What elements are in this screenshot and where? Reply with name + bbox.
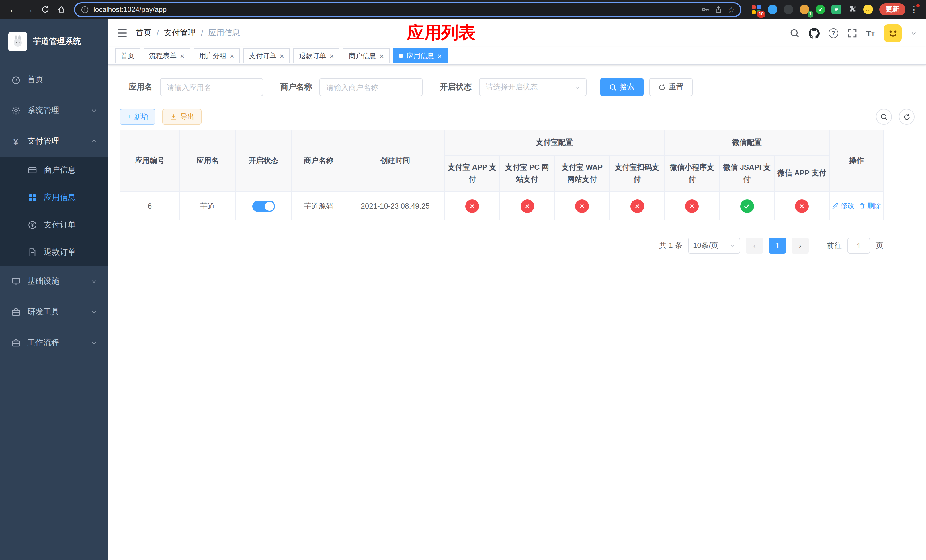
add-button[interactable]: + 新增 bbox=[120, 109, 156, 125]
next-page-button[interactable]: › bbox=[791, 238, 809, 254]
col-wx-mini: 微信小程序支付 bbox=[664, 155, 720, 192]
cell-alipay-qr bbox=[610, 192, 664, 220]
home-icon[interactable] bbox=[53, 2, 68, 17]
export-button[interactable]: 导出 bbox=[163, 109, 202, 125]
app-shell: 芋道管理系统 首页 系统管理 ¥ 支付管理 bbox=[0, 19, 926, 560]
page-size-select[interactable]: 10条/页 bbox=[688, 238, 740, 254]
help-icon[interactable]: ? bbox=[828, 28, 838, 38]
logo-image bbox=[8, 32, 27, 51]
url-text[interactable]: localhost:1024/pay/app bbox=[94, 5, 166, 14]
sidebar-item-pay-orders[interactable]: 支付订单 bbox=[0, 211, 108, 239]
col-alipay-pc: 支付宝 PC 网站支付 bbox=[500, 155, 554, 192]
close-icon[interactable]: × bbox=[437, 52, 442, 59]
font-size-icon[interactable]: TT bbox=[866, 29, 875, 37]
filter-form: 应用名 商户名称 开启状态 请选择开启状态 搜索 bbox=[129, 78, 915, 96]
refresh-icon[interactable] bbox=[899, 109, 915, 125]
total-count: 共 1 条 bbox=[659, 241, 682, 251]
page-number-button[interactable]: 1 bbox=[769, 238, 786, 254]
breadcrumb-separator: / bbox=[157, 29, 159, 38]
credit-card-icon bbox=[27, 165, 37, 175]
tab-process-form[interactable]: 流程表单× bbox=[144, 48, 190, 63]
extension-avatar-icon[interactable]: 1 bbox=[799, 4, 810, 15]
status-select[interactable]: 请选择开启状态 bbox=[479, 78, 587, 96]
goto-page-input[interactable] bbox=[847, 238, 870, 254]
breadcrumb-separator: / bbox=[201, 29, 203, 38]
sidebar-item-system[interactable]: 系统管理 bbox=[0, 95, 108, 126]
close-icon[interactable]: × bbox=[380, 52, 384, 59]
col-status: 开启状态 bbox=[236, 130, 291, 192]
reload-icon[interactable] bbox=[38, 2, 52, 17]
extension-emoji-icon[interactable] bbox=[862, 4, 874, 15]
tab-home[interactable]: 首页 bbox=[115, 48, 140, 63]
extension-badge-green: 1 bbox=[807, 11, 813, 17]
github-icon[interactable] bbox=[808, 28, 819, 38]
gear-icon bbox=[11, 106, 21, 115]
monitor-icon bbox=[11, 277, 21, 286]
col-alipay-app: 支付宝 APP 支付 bbox=[445, 155, 500, 192]
extension-drop-icon[interactable] bbox=[767, 4, 778, 15]
app-name-label: 应用名 bbox=[129, 82, 153, 92]
col-app-name: 应用名 bbox=[180, 130, 236, 192]
search-icon[interactable] bbox=[790, 28, 799, 38]
back-icon[interactable]: ← bbox=[6, 2, 21, 17]
extension-note-icon[interactable] bbox=[830, 4, 842, 15]
update-dot bbox=[916, 4, 920, 7]
browser-menu-icon[interactable]: ⋮ bbox=[908, 3, 920, 16]
delete-button[interactable]: 删除 bbox=[859, 201, 881, 211]
sidebar-item-infra[interactable]: 基础设施 bbox=[0, 266, 108, 297]
screen: ← → localhost:1024/pay/app ☆ bbox=[0, 0, 926, 560]
close-icon[interactable]: × bbox=[180, 52, 184, 59]
update-button[interactable]: 更新 bbox=[879, 3, 905, 15]
password-key-icon[interactable] bbox=[701, 5, 710, 14]
chevron-up-icon bbox=[91, 138, 97, 145]
reset-button[interactable]: 重置 bbox=[649, 78, 693, 96]
tab-user-group[interactable]: 用户分组× bbox=[193, 48, 240, 63]
close-icon[interactable]: × bbox=[230, 52, 234, 59]
extension-dark-icon[interactable] bbox=[782, 4, 794, 15]
cell-app-name: 芋道 bbox=[180, 192, 236, 220]
breadcrumb-home[interactable]: 首页 bbox=[136, 28, 151, 38]
prev-page-button[interactable]: ‹ bbox=[746, 238, 763, 254]
page-content: 应用名 商户名称 开启状态 请选择开启状态 搜索 bbox=[108, 65, 926, 560]
search-button[interactable]: 搜索 bbox=[600, 78, 643, 96]
site-info-icon[interactable] bbox=[81, 5, 89, 14]
top-navbar: 首页 / 支付管理 / 应用信息 应用列表 ? bbox=[108, 19, 926, 47]
sidebar-item-dev-tools[interactable]: 研发工具 bbox=[0, 297, 108, 328]
extension-check-icon[interactable] bbox=[814, 4, 826, 15]
app-name-input[interactable] bbox=[160, 78, 263, 96]
sidebar-item-refund-orders[interactable]: 退款订单 bbox=[0, 239, 108, 266]
tab-refund-orders[interactable]: 退款订单× bbox=[293, 48, 340, 63]
status-switch[interactable] bbox=[252, 200, 275, 212]
edit-button[interactable]: 修改 bbox=[832, 201, 854, 211]
merchant-name-input[interactable] bbox=[319, 78, 422, 96]
avatar-caret-icon[interactable] bbox=[911, 30, 917, 36]
sidebar-item-merchant-info[interactable]: 商户信息 bbox=[0, 157, 108, 184]
toggle-search-icon[interactable] bbox=[876, 109, 892, 125]
breadcrumb-payment[interactable]: 支付管理 bbox=[164, 28, 196, 38]
sidebar-item-workflow[interactable]: 工作流程 bbox=[0, 328, 108, 358]
sidebar-item-label: 首页 bbox=[27, 75, 43, 85]
sidebar-toggle-icon[interactable] bbox=[117, 28, 127, 38]
close-icon[interactable]: × bbox=[330, 52, 334, 59]
extensions-puzzle-icon[interactable] bbox=[846, 4, 858, 15]
share-icon[interactable] bbox=[714, 5, 723, 14]
sidebar-item-payment[interactable]: ¥ 支付管理 bbox=[0, 126, 108, 157]
fullscreen-icon[interactable] bbox=[847, 28, 857, 38]
sidebar-item-home[interactable]: 首页 bbox=[0, 64, 108, 95]
avatar[interactable] bbox=[884, 24, 902, 42]
forward-icon[interactable]: → bbox=[22, 2, 36, 17]
cell-alipay-wap bbox=[554, 192, 610, 220]
close-icon[interactable]: × bbox=[280, 52, 284, 59]
cell-wx-jsapi bbox=[720, 192, 774, 220]
sidebar-item-label: 研发工具 bbox=[27, 307, 59, 317]
extension-grid-icon[interactable]: 10 bbox=[750, 4, 762, 15]
cell-merchant: 芋道源码 bbox=[291, 192, 346, 220]
chevron-down-icon bbox=[91, 278, 97, 285]
address-bar[interactable]: localhost:1024/pay/app ☆ bbox=[74, 2, 741, 17]
bookmark-star-icon[interactable]: ☆ bbox=[728, 5, 735, 14]
logo-row[interactable]: 芋道管理系统 bbox=[0, 19, 108, 64]
tab-pay-orders[interactable]: 支付订单× bbox=[243, 48, 290, 63]
tab-app-info[interactable]: 应用信息× bbox=[393, 48, 447, 63]
sidebar-item-app-info[interactable]: 应用信息 bbox=[0, 184, 108, 211]
tab-merchant-info[interactable]: 商户信息× bbox=[343, 48, 390, 63]
